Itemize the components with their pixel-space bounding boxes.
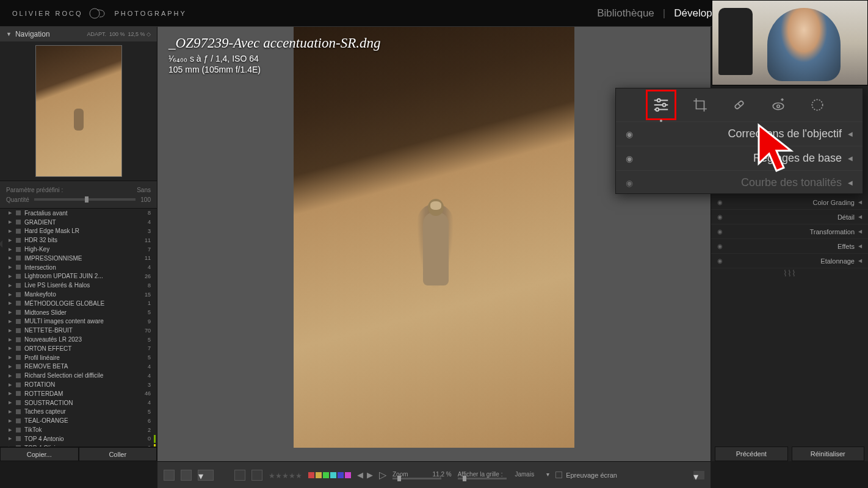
module-bibliotheque[interactable]: Bibliothèque [597,7,654,20]
preset-folder[interactable]: ▶IMPRESSIONNISME11 [0,254,157,263]
grid-slider[interactable] [458,478,507,479]
preset-folder[interactable]: ▶Lightroom UPDATE JUIN 2...26 [0,272,157,281]
quantity-slider[interactable] [34,198,136,201]
chevron-right-icon: ▶ [9,301,12,306]
main-image[interactable] [294,27,574,448]
flag-icon[interactable] [234,470,245,481]
compare-view-icon[interactable] [181,470,192,481]
previous-button[interactable]: Précédent [715,447,788,461]
color-swatch[interactable] [308,472,314,478]
mask-icon[interactable] [806,94,828,116]
copy-button[interactable]: Copier... [0,447,79,461]
preset-folder[interactable]: ▶NETTETE-BRUIT70 [0,326,157,335]
chevron-left-icon: ◀ [848,179,853,186]
eye-icon[interactable]: ◉ [717,257,723,264]
preset-folder[interactable]: ▶TEAL-ORANGE6 [0,416,157,425]
panel-color-grading[interactable]: ◉Color Grading◀ [711,195,868,210]
panel-transformation[interactable]: ◉Transformation◀ [711,224,868,239]
preset-folder[interactable]: ▶High-Key7 [0,245,157,254]
preset-folder[interactable]: ▶Profil linéaire5 [0,353,157,362]
play-icon[interactable]: ▷ [379,469,386,481]
folder-icon [16,210,21,215]
preset-folder[interactable]: ▶ORTON EFFECT7 [0,344,157,353]
checkbox-icon[interactable] [555,472,562,478]
chevron-left-icon: ◀ [848,155,853,162]
preset-folder[interactable]: ▶Midtones Slider5 [0,308,157,317]
panel-lens-corrections[interactable]: ◉ Corrections de l'objectif ◀ [616,121,863,146]
crop-icon[interactable] [689,94,711,116]
preset-folder[interactable]: ▶HDR 32 bits11 [0,235,157,245]
svg-point-4 [663,104,666,107]
panel-label: Color Grading [813,199,855,206]
preset-list[interactable]: ▶Fractalius avant8▶GRADIENT4▶Hard Edge M… [0,209,157,447]
preset-folder[interactable]: ▶TikTok2 [0,425,157,434]
panel-basic[interactable]: ◉ Réglages de base ◀ [616,146,863,170]
color-swatch[interactable] [330,472,336,478]
preset-folder[interactable]: ▶TOP 4 Antonio0 [0,434,157,443]
eye-icon[interactable]: ◉ [717,199,723,206]
heal-icon[interactable] [728,94,750,116]
panel-effets[interactable]: ◉Effets◀ [711,239,868,254]
eye-icon[interactable]: ◉ [717,243,723,249]
preset-folder[interactable]: ▶Mankeyfoto15 [0,290,157,299]
preset-folder[interactable]: ▶Intersection4 [0,263,157,272]
zoom-slider[interactable] [392,478,441,479]
eye-icon[interactable]: ◉ [717,228,723,235]
preset-name: ROTTERDAM [24,390,63,397]
nav-zoom-mode[interactable]: ADAPT. 100 % 12,5 % ◇ [87,31,151,37]
preset-folder[interactable]: ▶ROTATION3 [0,380,157,389]
panel-etalonnage[interactable]: ◉Etalonnage◀ [711,254,868,268]
edit-sliders-icon[interactable] [650,94,672,116]
panel-label: Détail [837,214,855,221]
preset-count: 11 [145,255,151,261]
paste-button[interactable]: Coller [79,447,157,461]
eye-icon[interactable]: ◉ [626,154,633,163]
panel-tone-curve[interactable]: ◉ Courbe des tonalités ◀ [616,170,863,195]
navigator-preview[interactable] [0,41,157,181]
preset-folder[interactable]: ▶SOUSTRACTION4 [0,398,157,407]
preset-name: MÉTHODOLOGIE GLOBALE [24,300,104,307]
chevron-right-icon: ▶ [9,364,12,369]
redeye-icon[interactable] [767,94,789,116]
preset-folder[interactable]: ▶TOP 4 Olivier0 [0,443,157,447]
preset-folder[interactable]: ▶Hard Edge Mask LR3 [0,227,157,236]
preset-name: Mankeyfoto [24,291,56,298]
next-photo-icon[interactable]: ▶ [367,470,373,479]
prev-photo-icon[interactable]: ◀ [357,470,363,479]
flag-reject-icon[interactable] [251,470,262,481]
preset-name: Live PS Liserés & Halos [24,282,90,289]
eye-icon[interactable]: ◉ [717,214,723,220]
preset-folder[interactable]: ▶Taches capteur5 [0,407,157,417]
color-swatch[interactable] [338,472,344,478]
preset-folder[interactable]: ▶Richard Selection ciel difficile4 [0,371,157,380]
preset-folder[interactable]: ▶MULTI images content aware9 [0,317,157,326]
folder-icon [16,265,21,270]
preset-folder[interactable]: ▶Live PS Liserés & Halos8 [0,281,157,290]
before-after-icon[interactable]: ▾ [198,470,214,481]
eye-icon[interactable]: ◉ [626,178,633,188]
preset-folder[interactable]: ▶ROTTERDAM46 [0,389,157,398]
loupe-view-icon[interactable] [164,470,175,481]
reset-button[interactable]: Réinitialiser [792,447,865,461]
preset-folder[interactable]: ▶REMOVE BETA4 [0,362,157,371]
preset-name: TEAL-ORANGE [24,417,68,424]
preset-count: 46 [145,390,151,396]
color-swatch[interactable] [323,472,329,478]
chevron-left-icon: ◀ [858,243,862,249]
soft-proof-label: Epreuvage écran [566,472,617,479]
navigator-thumbnail[interactable] [35,45,122,177]
preset-folder[interactable]: ▶Nouveautés LR 20235 [0,335,157,344]
panel-detail[interactable]: ◉Détail◀ [711,210,868,224]
eye-icon[interactable]: ◉ [626,129,633,139]
toolbar-options-icon[interactable]: ▾ [693,471,704,479]
preset-folder[interactable]: ▶Fractalius avant8 [0,209,157,218]
left-panel-collapse-icon[interactable] [0,240,2,248]
soft-proof-toggle[interactable]: Epreuvage écran [555,472,617,479]
preset-folder[interactable]: ▶GRADIENT4 [0,218,157,227]
rating-stars[interactable]: ★★★★★ [269,470,302,481]
color-swatch[interactable] [345,472,351,478]
grid-value[interactable]: Jamais [515,471,534,478]
navigator-header[interactable]: ▼ Navigation ADAPT. 100 % 12,5 % ◇ [0,27,157,41]
color-swatch[interactable] [316,472,322,478]
preset-folder[interactable]: ▶MÉTHODOLOGIE GLOBALE1 [0,299,157,308]
